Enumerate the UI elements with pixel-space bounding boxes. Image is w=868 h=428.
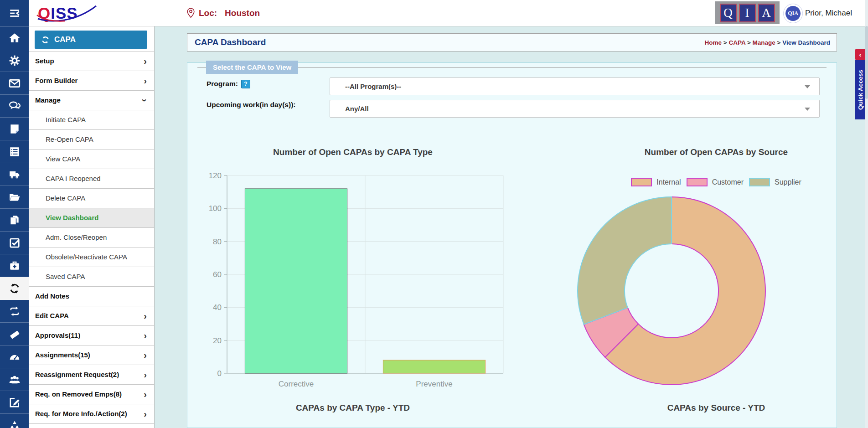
- program-label: Program:: [207, 80, 238, 88]
- legend-item-supplier[interactable]: Supplier: [749, 178, 801, 186]
- sidebar-item-view-dashboard[interactable]: View Dashboard: [29, 208, 154, 228]
- module-header-label: CAPA: [54, 35, 76, 44]
- breadcrumb: HomeCAPAManageView Dashboard: [705, 39, 831, 46]
- comments-icon: [9, 100, 21, 112]
- pie-chart[interactable]: [574, 193, 769, 388]
- rail-item-cleanup[interactable]: [0, 323, 29, 345]
- sidebar-item-req-for-more-info-action[interactable]: Req. for More Info./Action(2): [29, 404, 154, 424]
- upcoming-work-label: Upcoming work(in day(s)):: [207, 101, 295, 109]
- rail-item-settings[interactable]: [0, 49, 29, 72]
- medkit-icon: [9, 260, 21, 272]
- retweet-icon: [9, 305, 21, 317]
- pie-chart-title: Number of Open CAPAs by Source: [579, 147, 853, 157]
- location-selector[interactable]: Loc: Houston: [187, 0, 260, 26]
- bar-chart[interactable]: 020406080100120CorrectivePreventive: [201, 170, 511, 394]
- rail-item-documents[interactable]: [0, 209, 29, 232]
- sync-icon: [9, 283, 21, 294]
- qia-letter-i: I: [739, 4, 756, 22]
- eraser-icon: [9, 328, 21, 340]
- sidebar-item-view-audit-trail[interactable]: View Audit Trail: [29, 424, 154, 428]
- location-value: Houston: [225, 8, 260, 18]
- sidebar-item-form-builder[interactable]: Form Builder: [29, 71, 154, 91]
- upcoming-dropdown-value: Any/All: [345, 105, 369, 113]
- sidebar-item-obsolete-reactivate-capa[interactable]: Obsolete/Reactivate CAPA: [29, 248, 154, 267]
- sidebar-item-initiate-capa[interactable]: Initiate CAPA: [29, 110, 154, 130]
- sidebar-item-saved-capa[interactable]: Saved CAPA: [29, 267, 154, 287]
- sidebar-item-assignments[interactable]: Assignments(15): [29, 345, 154, 365]
- sidebar-item-delete-capa[interactable]: Delete CAPA: [29, 189, 154, 208]
- note-icon: [9, 123, 21, 135]
- breadcrumb-manage[interactable]: Manage: [745, 39, 775, 46]
- legend-item-internal[interactable]: Internal: [631, 178, 681, 186]
- module-header-capa[interactable]: CAPA: [35, 31, 147, 49]
- upcoming-label-row: Upcoming work(in day(s)):: [207, 96, 334, 114]
- breadcrumb-home[interactable]: Home: [705, 39, 722, 46]
- sidebar-item-reassignment-request[interactable]: Reassignment Request(2): [29, 365, 154, 385]
- recycle-icon: [9, 419, 21, 428]
- rail-item-shipping[interactable]: [0, 163, 29, 186]
- list-icon: [9, 146, 21, 158]
- page-scrollbar[interactable]: [865, 0, 868, 428]
- sidebar-item-approvals[interactable]: Approvals(11): [29, 326, 154, 345]
- gauge-icon: [9, 351, 21, 363]
- scrollbar-thumb[interactable]: [865, 26, 868, 99]
- chevron-right-icon: [144, 52, 147, 71]
- rail-item-recycle[interactable]: [0, 414, 29, 428]
- rail-item-safety[interactable]: [0, 254, 29, 277]
- page-title-bar: CAPA Dashboard HomeCAPAManageView Dashbo…: [187, 33, 837, 52]
- top-bar: QISS Loc: Houston Q I A QIA Prior, Micha…: [29, 0, 868, 26]
- sidebar-item-view-capa[interactable]: View CAPA: [29, 150, 154, 169]
- svg-text:Corrective: Corrective: [279, 380, 314, 388]
- rail-item-home[interactable]: [0, 26, 29, 49]
- users-icon: [9, 374, 21, 386]
- rail-item-files[interactable]: [0, 186, 29, 209]
- rail-item-records[interactable]: [0, 140, 29, 163]
- rail-item-capa[interactable]: [0, 277, 29, 300]
- sidebar-item-manage[interactable]: Manage: [29, 91, 154, 110]
- rail-item-workflow[interactable]: [0, 300, 29, 323]
- rail-item-notes[interactable]: [0, 118, 29, 140]
- help-icon[interactable]: ?: [241, 80, 250, 88]
- qia-letter-a: A: [758, 4, 775, 22]
- rail-item-menu[interactable]: [0, 0, 29, 26]
- caret-down-icon: [805, 108, 810, 111]
- hamburger-icon: [9, 7, 21, 19]
- sidebar-item-req-on-removed-emps[interactable]: Req. on Removed Emps(8): [29, 385, 154, 404]
- sidebar-item-add-notes[interactable]: Add Notes: [29, 287, 154, 306]
- gear-icon: [9, 55, 21, 67]
- icon-rail: [0, 0, 29, 428]
- sidebar-item-re-open-capa[interactable]: Re-Open CAPA: [29, 130, 154, 150]
- sidebar-menu: CAPA Setup Form Builder Manage Initiate …: [29, 26, 155, 428]
- upcoming-work-dropdown[interactable]: Any/All: [330, 100, 820, 118]
- pie-chart-caption: CAPAs by Source - YTD: [579, 403, 853, 413]
- quick-access-tab[interactable]: Quick Access: [855, 60, 865, 119]
- rail-item-discussions[interactable]: [0, 95, 29, 118]
- location-label: Loc:: [199, 8, 217, 18]
- rail-item-tasks[interactable]: [0, 232, 29, 254]
- quick-access-arrow[interactable]: ‹: [855, 49, 865, 60]
- svg-text:Preventive: Preventive: [416, 380, 452, 388]
- copy-icon: [9, 214, 21, 226]
- rail-item-dashboard[interactable]: [0, 345, 29, 368]
- legend-item-customer[interactable]: Customer: [687, 178, 744, 186]
- svg-text:60: 60: [213, 270, 222, 279]
- program-dropdown[interactable]: --All Program(s)--: [330, 77, 820, 95]
- menu-list: Setup Form Builder Manage Initiate CAPA …: [29, 51, 154, 428]
- page-title: CAPA Dashboard: [195, 37, 266, 47]
- sidebar-item-capa-i-reopened[interactable]: CAPA I Reopened: [29, 169, 154, 189]
- qiss-logo[interactable]: QISS: [38, 4, 106, 24]
- user-avatar[interactable]: QIA: [783, 4, 803, 23]
- home-icon: [9, 32, 21, 44]
- chevron-down-icon: [144, 91, 147, 110]
- sidebar-item-setup[interactable]: Setup: [29, 52, 154, 71]
- chevron-right-icon: [144, 306, 147, 325]
- rail-item-teams[interactable]: [0, 368, 29, 391]
- bar-chart-title: Number of Open CAPAs by CAPA Type: [216, 147, 490, 157]
- rail-item-messages[interactable]: [0, 72, 29, 95]
- chevron-right-icon: [144, 71, 147, 90]
- chevron-right-icon: [144, 326, 147, 345]
- sidebar-item-edit-capa[interactable]: Edit CAPA: [29, 306, 154, 326]
- rail-item-edit-forms[interactable]: [0, 391, 29, 414]
- breadcrumb-capa[interactable]: CAPA: [722, 39, 745, 46]
- sidebar-item-adm-close-reopen[interactable]: Adm. Close/Reopen: [29, 228, 154, 248]
